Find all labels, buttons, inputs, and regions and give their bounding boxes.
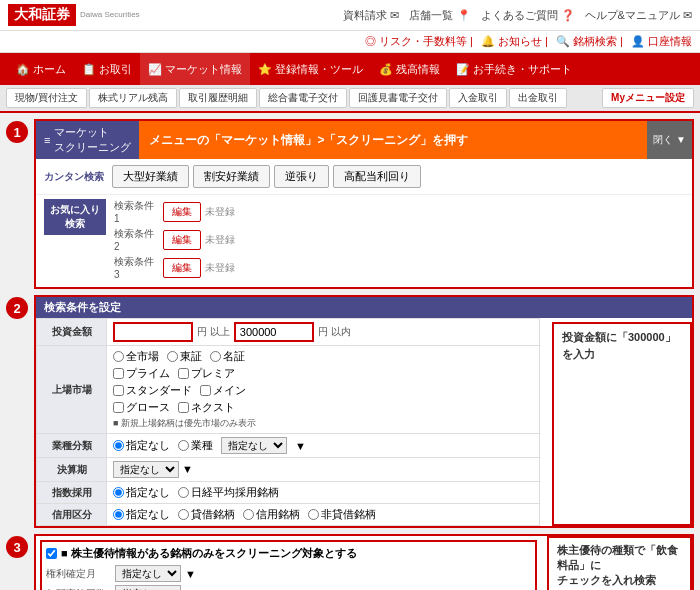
nav-zandaka[interactable]: 💰 残高情報	[371, 53, 448, 85]
subnav-genbutsu[interactable]: 現物/買付注文	[6, 88, 87, 108]
link-faq[interactable]: よくあるご質問 ❓	[481, 8, 575, 23]
link-tenpo[interactable]: 店舗一覧 📍	[409, 8, 470, 23]
settlement-row: 決算期 指定なし ▼	[37, 458, 540, 482]
radio-premium[interactable]: プレミア	[178, 366, 235, 381]
radio-margin-none[interactable]: 指定なし	[113, 507, 170, 522]
category-value: 指定なし 業種 指定なし ▼	[107, 434, 540, 458]
market-label: 上場市場	[37, 346, 107, 434]
header-nav2: ◎ リスク・手数料等 | 🔔 お知らせ | 🔍 銘柄検索 | 👤 口座情報	[0, 31, 700, 53]
content: 1 ≡ マーケットスクリーニング メニューの「マーケット情報」>「スクリーニング…	[0, 113, 700, 590]
conditions-table: 投資金額 円 以上 円 以内 上場市場	[36, 318, 540, 526]
nav-touroku[interactable]: ⭐ 登録情報・ツール	[250, 53, 371, 85]
margin-radios: 指定なし 貸借銘柄 信用銘柄 非貸借銘柄	[113, 507, 533, 522]
radio-meisho-input[interactable]	[210, 351, 221, 362]
step3-note: 株主優待の種類で「飲食料品」にチェックを入れ検索	[547, 536, 692, 590]
nikkei-radios: 指定なし 日経平均採用銘柄	[113, 485, 533, 500]
years-select[interactable]: 指定なし	[115, 585, 181, 590]
market-radios: 全市場 東証 名証	[113, 349, 533, 364]
radio-cat-gyoshu-input[interactable]	[178, 440, 189, 451]
settlement-value: 指定なし ▼	[107, 458, 540, 482]
nikkei-row: 指数採用 指定なし 日経平均採用銘柄	[37, 482, 540, 504]
step3-content: ■ 株主優待情報がある銘柄のみをスクリーニング対象とする 権利確定月 指定なし …	[36, 536, 692, 590]
radio-hikashibo-input[interactable]	[308, 509, 319, 520]
investment-instruction: 投資金額に「300000」を入力	[552, 322, 692, 526]
settlement-select[interactable]: 指定なし	[113, 461, 179, 478]
step3-instruction: 株主優待の種類で「飲食料品」にチェックを入れ検索	[547, 536, 692, 590]
sub-nav: 現物/買付注文 株式リアル残高 取引履歴明細 総合書電子交付 回護見書電子交付 …	[0, 85, 700, 113]
nav-support[interactable]: 📝 お手続き・サポート	[448, 53, 580, 85]
cb-main[interactable]	[200, 385, 211, 396]
confirm-dropdown-icon: ▼	[185, 568, 196, 580]
radio-growth[interactable]: グロース	[113, 400, 170, 415]
link-risk[interactable]: ◎ リスク・手数料等 |	[365, 34, 473, 49]
radio-tose-input[interactable]	[167, 351, 178, 362]
step2-header: 検索条件を設定	[36, 297, 692, 318]
shareholder-section: ■ 株主優待情報がある銘柄のみをスクリーニング対象とする 権利確定月 指定なし …	[40, 540, 537, 590]
edit-btn-3[interactable]: 編集	[163, 258, 201, 278]
subnav-kaigo[interactable]: 回護見書電子交付	[349, 88, 447, 108]
confirm-select[interactable]: 指定なし	[115, 565, 181, 582]
shareholder-main-cb[interactable]	[46, 548, 57, 559]
btn-gyaku[interactable]: 逆張り	[274, 165, 329, 188]
btn-haitoU[interactable]: 高配当利回り	[333, 165, 421, 188]
radio-next[interactable]: ネクスト	[178, 400, 235, 415]
market-value: 全市場 東証 名証 プライム プレミア スタンダード	[107, 346, 540, 434]
category-select[interactable]: 指定なし	[221, 437, 287, 454]
link-kouzajouhou[interactable]: 👤 口座情報	[631, 34, 692, 49]
kantan-label: カンタン検索	[44, 170, 104, 184]
btn-okina[interactable]: 大型好業績	[112, 165, 189, 188]
cb-standard[interactable]	[113, 385, 124, 396]
subnav-real[interactable]: 株式リアル残高	[89, 88, 177, 108]
radio-nikkei-none[interactable]: 指定なし	[113, 485, 170, 500]
radio-shinyou[interactable]: 信用銘柄	[243, 507, 300, 522]
edit-btn-2[interactable]: 編集	[163, 230, 201, 250]
radio-zenshijo[interactable]: 全市場	[113, 349, 159, 364]
radio-zenshijo-input[interactable]	[113, 351, 124, 362]
cb-premium[interactable]	[178, 368, 189, 379]
radio-tose[interactable]: 東証	[167, 349, 202, 364]
link-shiryou[interactable]: 資料請求 ✉	[343, 8, 399, 23]
step3-badge: 3	[6, 536, 28, 558]
radio-cat-none-input[interactable]	[113, 440, 124, 451]
radio-standard[interactable]: スタンダード	[113, 383, 192, 398]
link-help[interactable]: ヘルプ&マニュアル ✉	[585, 8, 692, 23]
link-oshirase[interactable]: 🔔 お知らせ |	[481, 34, 548, 49]
market-radios4: グロース ネクスト	[113, 400, 533, 415]
investment-input-right[interactable]	[234, 322, 314, 342]
subnav-shutsukin[interactable]: 出金取引	[509, 88, 567, 108]
cb-prime[interactable]	[113, 368, 124, 379]
subnav-nyukin[interactable]: 入金取引	[449, 88, 507, 108]
step2-badge: 2	[6, 297, 28, 319]
investment-value: 円 以上 円 以内	[107, 319, 540, 346]
radio-kashibo[interactable]: 貸借銘柄	[178, 507, 235, 522]
nav-otorihiki[interactable]: 📋 お取引	[74, 53, 140, 85]
radio-nikkei-none-input[interactable]	[113, 487, 124, 498]
step1-toggle[interactable]: 閉く ▼	[647, 121, 692, 159]
nav-market[interactable]: 📈 マーケット情報	[140, 53, 250, 85]
radio-nikkei-avg[interactable]: 日経平均採用銘柄	[178, 485, 279, 500]
cb-growth[interactable]	[113, 402, 124, 413]
radio-meisho[interactable]: 名証	[210, 349, 245, 364]
my-menu[interactable]: Myメニュー設定	[602, 88, 694, 108]
radio-hikashibo[interactable]: 非貸借銘柄	[308, 507, 376, 522]
step2-row: 2 検索条件を設定 投資金額 円 以上 円 以内	[6, 295, 694, 528]
radio-shinyou-input[interactable]	[243, 509, 254, 520]
radio-kashibo-input[interactable]	[178, 509, 189, 520]
radio-margin-none-input[interactable]	[113, 509, 124, 520]
radio-cat-none[interactable]: 指定なし	[113, 438, 170, 453]
cb-next[interactable]	[178, 402, 189, 413]
radio-main[interactable]: メイン	[200, 383, 246, 398]
radio-prime[interactable]: プライム	[113, 366, 170, 381]
subnav-history[interactable]: 取引履歴明細	[179, 88, 257, 108]
nav-home[interactable]: 🏠 ホーム	[8, 53, 74, 85]
category-label: 業種分類	[37, 434, 107, 458]
radio-cat-gyoshu[interactable]: 業種	[178, 438, 213, 453]
category-row: 業種分類 指定なし 業種 指定なし ▼	[37, 434, 540, 458]
link-meigarasearch[interactable]: 🔍 銘柄検索 |	[556, 34, 623, 49]
investment-input-left[interactable]	[113, 322, 193, 342]
edit-btn-1[interactable]: 編集	[163, 202, 201, 222]
radio-nikkei-avg-input[interactable]	[178, 487, 189, 498]
investment-inputs: 円 以上 円 以内	[113, 322, 533, 342]
btn-warika[interactable]: 割安好業績	[193, 165, 270, 188]
subnav-sogo[interactable]: 総合書電子交付	[259, 88, 347, 108]
